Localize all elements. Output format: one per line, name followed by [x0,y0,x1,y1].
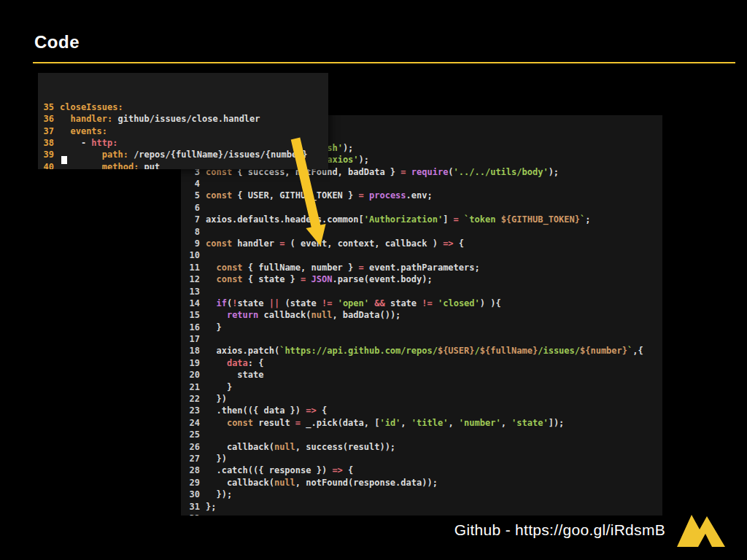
slide: Code 1const _ = require('lodash');2const… [0,0,747,560]
code-line: 23 .then(({ data }) => { [181,405,662,416]
line-number: 14 [181,298,206,309]
code-line: 15 return callback(null, badData()); [181,309,662,321]
yaml-code-panel: 35closeIssues:36 handler: github/issues/… [38,73,328,169]
code-line: 10 [181,249,662,261]
yaml-code-lines: 35closeIssues:36 handler: github/issues/… [38,101,328,169]
js-code-panel: 1const _ = require('lodash');2const axio… [181,115,662,516]
code-line: 24 const result = _.pick(data, ['id', 't… [181,417,662,429]
code-line: 37 events: [38,125,328,137]
code-line: 28 .catch(({ response }) => { [181,464,662,476]
github-link-text: Github - https://goo.gl/iRdsmB [454,521,665,539]
code-line: 39 path: /repos/{fullName}/issues/{numbe… [38,149,328,160]
line-number: 36 [38,113,60,125]
code-line: 31}; [181,501,662,513]
code-line: 21 } [181,381,662,393]
line-number: 24 [181,417,206,429]
line-number: 18 [181,345,206,357]
line-number: 28 [181,464,206,476]
code-line: 38 - http: [38,137,328,149]
code-line: 9const handler = ( event, context, callb… [181,238,662,249]
line-number: 17 [181,333,206,345]
code-line: 5const { USER, GITHUB_TOKEN } = process.… [181,190,662,201]
code-line: 7axios.defaults.headers.common['Authoriz… [181,214,662,225]
code-line: 20 state [181,369,662,381]
line-number: 27 [181,453,206,464]
line-number: 7 [181,214,206,225]
footer-credit: Github - https://goo.gl/iRdsmB [454,512,727,548]
line-number: 23 [181,405,206,416]
line-number: 35 [38,101,60,113]
line-number: 39 [38,149,60,160]
code-line: 13 [181,286,662,298]
line-number: 11 [181,262,206,273]
line-number: 21 [181,381,206,393]
code-line: 25 [181,429,662,440]
line-number: 8 [181,226,206,238]
line-number: 30 [181,489,206,500]
page-title: Code [34,32,80,52]
code-line: 36 handler: github/issues/close.handler [38,113,328,125]
line-number: 16 [181,322,206,333]
code-line: 26 callback(null, success(result)); [181,441,662,453]
code-line: 19 data: { [181,357,662,369]
js-code-lines: 1const _ = require('lodash');2const axio… [181,142,662,516]
line-number: 29 [181,477,206,489]
code-line: 11 const { fullName, number } = event.pa… [181,262,662,273]
code-line: 30 }); [181,489,662,500]
line-number: 5 [181,190,206,201]
logo-icon [676,512,727,548]
line-number: 13 [181,286,206,298]
line-number: 38 [38,137,60,149]
line-number: 19 [181,357,206,369]
line-number: 37 [38,125,60,137]
line-number: 31 [181,501,206,513]
line-number: 32 [181,513,206,516]
code-line: 17 [181,333,662,345]
code-line: 14 if(!state || (state != 'open' && stat… [181,298,662,309]
code-line: 18 axios.patch(`https://api.github.com/r… [181,345,662,357]
line-number: 4 [181,178,206,190]
line-number: 20 [181,369,206,381]
code-line: 27 }) [181,453,662,464]
text-cursor [61,156,67,164]
line-number: 40 [38,161,60,169]
code-line: 6 [181,202,662,214]
code-line: 29 callback(null, notFound(response.data… [181,477,662,489]
line-number: 26 [181,441,206,453]
line-number: 9 [181,238,206,249]
code-line: 12 const { state } = JSON.parse(event.bo… [181,273,662,285]
line-number: 15 [181,309,206,321]
line-number: 10 [181,249,206,261]
title-underline [33,62,735,63]
code-line: 22 }) [181,393,662,405]
code-line: 4 [181,178,662,190]
line-number: 6 [181,202,206,214]
code-line: 8 [181,226,662,238]
code-line: 16 } [181,322,662,333]
line-number: 12 [181,273,206,285]
code-line: 40 method: put [38,161,328,169]
line-number: 25 [181,429,206,440]
line-number: 22 [181,393,206,405]
code-line: 35closeIssues: [38,101,328,113]
